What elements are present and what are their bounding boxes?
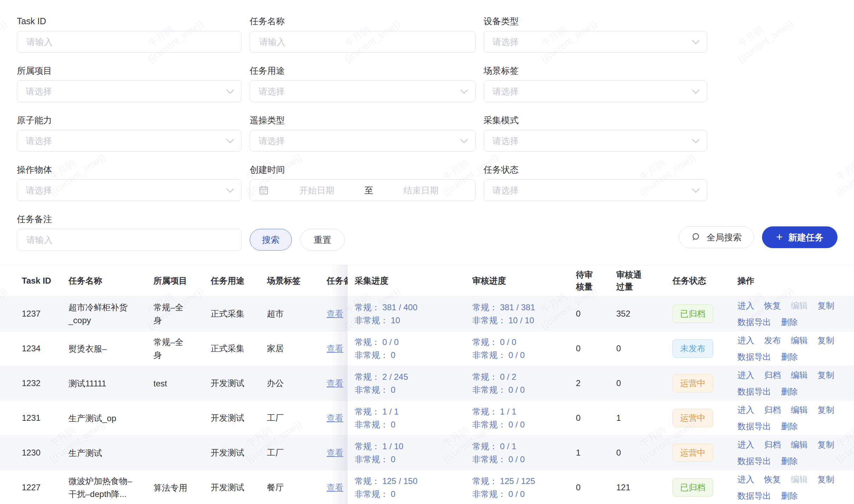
filter-select[interactable]: 请选择 xyxy=(17,179,242,201)
filter-select[interactable]: 请选择 xyxy=(17,80,242,102)
create-task-button[interactable]: + 新建任务 xyxy=(762,226,837,248)
op-link[interactable]: 进入 xyxy=(737,369,754,382)
op-link[interactable]: 复制 xyxy=(817,369,834,382)
op-link[interactable]: 编辑 xyxy=(791,438,808,451)
cell-pending-count: 2 xyxy=(576,378,616,388)
cell-scene: 办公 xyxy=(267,378,327,389)
op-link[interactable]: 编辑 xyxy=(791,369,808,382)
op-link[interactable]: 数据导出 xyxy=(737,385,771,398)
filter-label: 操作物体 xyxy=(17,164,242,175)
op-link: 编辑 xyxy=(791,473,808,486)
cell-task-id: 1231 xyxy=(22,413,68,423)
op-link[interactable]: 删除 xyxy=(781,455,798,467)
op-link[interactable]: 编辑 xyxy=(791,404,808,416)
cell-task-id: 1237 xyxy=(22,309,68,319)
filter-select[interactable]: 请选择 xyxy=(250,130,475,152)
op-link[interactable]: 恢复 xyxy=(764,473,781,486)
op-link[interactable]: 数据导出 xyxy=(737,351,771,363)
op-link[interactable]: 归档 xyxy=(764,369,781,382)
op-link[interactable]: 归档 xyxy=(764,404,781,416)
header-7: 审核进度 xyxy=(472,275,576,286)
collect-normal: 常规： 2 / 245 xyxy=(355,370,465,383)
op-link[interactable]: 数据导出 xyxy=(737,420,771,433)
op-link[interactable]: 进入 xyxy=(737,299,754,312)
header-1: 任务名称 xyxy=(68,275,153,286)
op-link[interactable]: 复制 xyxy=(817,334,834,347)
op-link[interactable]: 删除 xyxy=(781,351,798,363)
status-badge: 运营中 xyxy=(672,409,713,427)
filter-label: 原子能力 xyxy=(17,114,242,126)
op-link[interactable]: 数据导出 xyxy=(737,490,771,502)
filter-field-5: 场景标签 请选择 xyxy=(484,65,707,102)
op-link[interactable]: 编辑 xyxy=(791,334,808,347)
cell-purpose: 开发测试 xyxy=(211,447,267,458)
filter-input[interactable] xyxy=(26,37,233,47)
filter-label: Task ID xyxy=(17,15,242,27)
cell-task-id: 1234 xyxy=(22,344,68,353)
cell-pending-count: 0 xyxy=(576,413,616,423)
op-link[interactable]: 复制 xyxy=(817,404,834,416)
filter-select[interactable]: 请选择 xyxy=(484,130,707,152)
remark-view-link[interactable]: 查看 xyxy=(327,448,343,457)
remark-view-link[interactable]: 查看 xyxy=(327,413,343,423)
table-header-row: Task ID任务名称所属项目任务用途场景标签任务备注采集进度审核进度待审核量审… xyxy=(0,265,854,297)
chevron-down-icon xyxy=(692,185,699,193)
review-abnormal: 非常规： 0 / 0 xyxy=(472,418,569,431)
reset-button[interactable]: 重置 xyxy=(300,229,345,251)
cell-task-id: 1227 xyxy=(22,483,68,492)
select-placeholder: 请选择 xyxy=(258,135,285,147)
filter-select[interactable]: 请选择 xyxy=(17,130,242,152)
cell-purpose: 正式采集 xyxy=(211,308,267,319)
cell-scene: 超市 xyxy=(267,308,327,319)
op-link[interactable]: 归档 xyxy=(764,438,781,451)
cell-collect-progress: 常规： 2 / 245 非常规： 0 xyxy=(355,370,472,396)
remark-view-link[interactable]: 查看 xyxy=(327,483,343,492)
status-badge: 未发布 xyxy=(672,339,713,358)
filter-select[interactable]: 请选择 xyxy=(484,179,707,201)
cell-task-name: 微波炉加热食物–干扰–depth降... xyxy=(68,475,139,500)
date-separator: 至 xyxy=(362,185,375,196)
op-link[interactable]: 进入 xyxy=(737,334,754,347)
cell-passed-count: 352 xyxy=(616,309,672,319)
cell-passed-count: 0 xyxy=(616,378,672,388)
header-5: 任务备注 xyxy=(327,275,348,286)
plus-icon: + xyxy=(776,231,783,243)
filter-input[interactable] xyxy=(26,234,233,245)
date-range-picker[interactable]: 开始日期 至 结束日期 xyxy=(250,179,475,201)
op-link[interactable]: 删除 xyxy=(781,316,798,329)
filter-label: 遥操类型 xyxy=(250,114,475,126)
end-date-placeholder[interactable]: 结束日期 xyxy=(375,185,467,196)
review-normal: 常规： 125 / 125 xyxy=(472,475,569,488)
op-link[interactable]: 数据导出 xyxy=(737,316,771,329)
filter-select[interactable]: 请选择 xyxy=(484,80,707,102)
remark-view-link[interactable]: 查看 xyxy=(327,378,343,388)
op-link[interactable]: 数据导出 xyxy=(737,455,771,467)
op-link[interactable]: 复制 xyxy=(817,438,834,451)
op-link[interactable]: 删除 xyxy=(781,385,798,398)
op-link[interactable]: 进入 xyxy=(737,473,754,486)
watermark: 牛月鹃{{current_time}} xyxy=(0,7,9,60)
op-link[interactable]: 进入 xyxy=(737,438,754,451)
op-link[interactable]: 进入 xyxy=(737,404,754,416)
filter-select[interactable]: 请选择 xyxy=(484,31,707,53)
start-date-placeholder[interactable]: 开始日期 xyxy=(271,185,362,196)
op-link[interactable]: 复制 xyxy=(817,473,834,486)
op-link[interactable]: 发布 xyxy=(764,334,781,347)
op-link[interactable]: 删除 xyxy=(781,490,798,502)
search-button[interactable]: 搜索 xyxy=(250,229,292,251)
op-link[interactable]: 恢复 xyxy=(764,299,781,312)
filter-label: 任务用途 xyxy=(250,65,475,77)
cell-review-progress: 常规： 0 / 1 非常规： 0 / 0 xyxy=(472,440,576,466)
global-search-button[interactable]: 全局搜索 xyxy=(679,226,754,248)
remark-view-link[interactable]: 查看 xyxy=(327,344,343,353)
op-link[interactable]: 复制 xyxy=(817,299,834,312)
filter-select[interactable]: 请选择 xyxy=(250,80,475,102)
remark-view-link[interactable]: 查看 xyxy=(327,309,343,318)
cell-review-progress: 常规： 1 / 1 非常规： 0 / 0 xyxy=(472,405,576,431)
filter-input[interactable] xyxy=(258,37,467,47)
cell-passed-count: 121 xyxy=(616,483,672,492)
cell-collect-progress: 常规： 381 / 400 非常规： 10 xyxy=(355,301,472,327)
op-link[interactable]: 删除 xyxy=(781,420,798,433)
review-normal: 常规： 0 / 0 xyxy=(472,336,569,349)
watermark: 牛月鹃{{current_time}} xyxy=(735,7,796,60)
